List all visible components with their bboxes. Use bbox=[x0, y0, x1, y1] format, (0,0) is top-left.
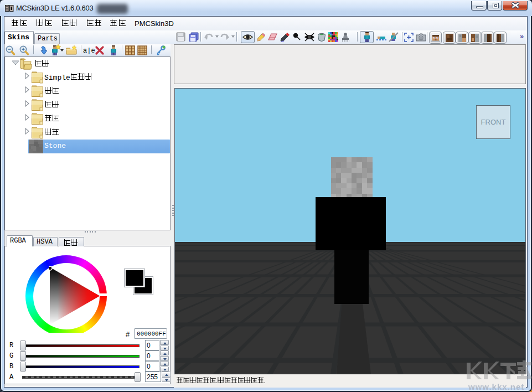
svg-text:FRONT: FRONT bbox=[481, 118, 506, 126]
